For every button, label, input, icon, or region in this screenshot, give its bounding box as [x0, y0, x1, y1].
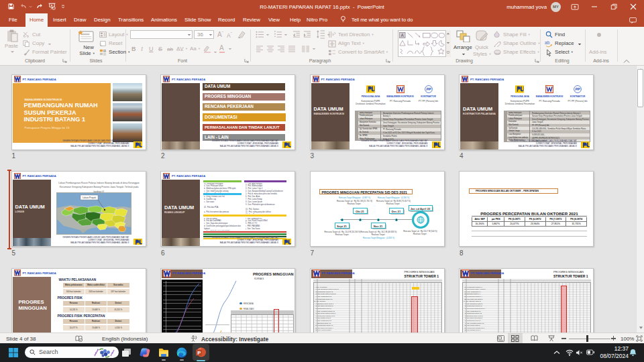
svg-text:A: A [400, 33, 404, 38]
svg-text:Lokasi Proyek: Lokasi Proyek [83, 196, 96, 199]
svg-text:PP: PP [575, 87, 580, 91]
svg-text:PP: PP [426, 87, 431, 91]
svg-text:ab: ab [545, 40, 550, 45]
svg-text:P: P [197, 350, 201, 356]
